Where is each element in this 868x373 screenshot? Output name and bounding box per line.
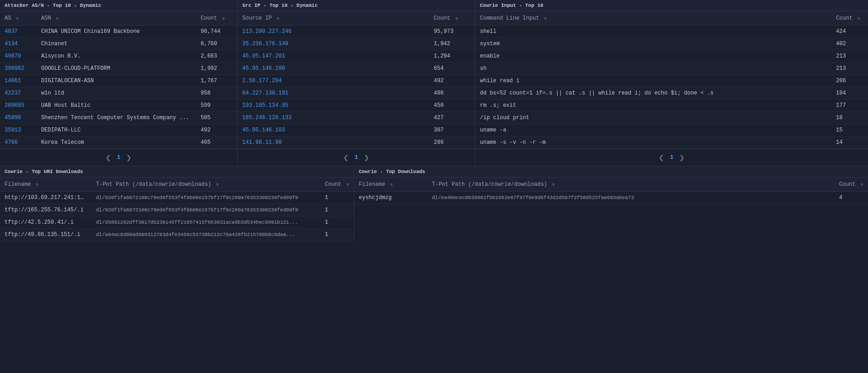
cowrie-input-panel: Cowrie Input - Top 10 Command Line Input… <box>475 0 868 166</box>
as-cell[interactable]: 209605 <box>0 100 37 112</box>
table-row: 45090 Shenzhen Tencent Computer Systems … <box>0 112 237 124</box>
col-cmd-label: Command Line Input <box>480 15 539 21</box>
count-cell: 465 <box>196 137 237 149</box>
col-as-label: AS <box>5 15 11 21</box>
cmd-cell: while read i <box>475 75 831 87</box>
as-cell[interactable]: 4837 <box>0 26 37 38</box>
count-cell: 18 <box>831 112 868 124</box>
as-cell[interactable]: 14061 <box>0 75 37 87</box>
ip-cell[interactable]: 141.98.11.90 <box>238 137 429 149</box>
ip-cell[interactable]: 35.236.176.149 <box>238 38 429 50</box>
cmd-cell: dd bs=52 count=1 if=.s || cat .s || whil… <box>475 87 831 100</box>
table-row: rm .s; exit 177 <box>475 100 868 112</box>
cmd-cell: shell <box>475 26 831 38</box>
uri-downloads-panel: Cowrie - Top URI Downloads Filename ⇅ T-… <box>0 166 354 241</box>
table-row: 45.95.146.103 307 <box>238 124 475 137</box>
count-cell: 958 <box>196 87 237 100</box>
src-ip-table: Source IP ⇅ Count ⇅ 113.200.227.246 95,9… <box>238 11 475 149</box>
as-cell[interactable]: 45090 <box>0 112 37 124</box>
table-row: shell 424 <box>475 26 868 38</box>
col-filename-dl[interactable]: Filename ⇅ <box>354 178 427 192</box>
col-count-cmd-sort: ⇅ <box>857 16 860 21</box>
count-cell: 1 <box>320 204 354 216</box>
col-path-dl-label: T-Pot Path (/data/cowrie/downloads) <box>432 181 547 188</box>
as-cell[interactable]: 396982 <box>0 63 37 75</box>
src-ip-title: Src IP - Top 10 - Dynamic <box>238 0 475 11</box>
uri-downloads-table: Filename ⇅ T-Pot Path (/data/cowrie/down… <box>0 178 354 241</box>
cowrie-input-next[interactable]: ❯ <box>677 153 687 162</box>
col-filename-dl-label: Filename <box>359 181 385 188</box>
count-cell: 194 <box>831 87 868 100</box>
col-count-asn[interactable]: Count ⇅ <box>196 11 237 26</box>
table-row: /ip cloud print 18 <box>475 112 868 124</box>
col-path-dl[interactable]: T-Pot Path (/data/cowrie/downloads) ⇅ <box>427 178 835 192</box>
ip-cell[interactable]: 185.246.128.133 <box>238 112 429 124</box>
col-source-ip[interactable]: Source IP ⇅ <box>238 11 429 26</box>
cmd-cell: rm .s; exit <box>475 100 831 112</box>
table-row: dd bs=52 count=1 if=.s || cat .s || whil… <box>475 87 868 100</box>
attacker-asn-pagination: ❮ 1 ❯ <box>0 149 237 166</box>
as-cell[interactable]: 49870 <box>0 50 37 63</box>
count-cell: 1,767 <box>196 75 237 87</box>
count-cell: 450 <box>429 100 475 112</box>
col-count-uri[interactable]: Count ⇅ <box>320 178 354 192</box>
dashboard: Attacker AS/N - Top 10 - Dynamic AS ⇅ AS… <box>0 0 868 241</box>
filename-cell: eyshcjdmzg <box>354 192 427 204</box>
src-ip-prev[interactable]: ❮ <box>341 153 351 162</box>
count-cell: 286 <box>429 137 475 149</box>
count-cell: 96,744 <box>196 26 237 38</box>
ip-cell[interactable]: 2.56.177.204 <box>238 75 429 87</box>
col-asn[interactable]: ASN ⇅ <box>37 11 196 26</box>
ip-cell[interactable]: 113.200.227.246 <box>238 26 429 38</box>
top-downloads-panel: Cowrie - Top Downloads Filename ⇅ T-Pot … <box>354 166 868 241</box>
ip-cell[interactable]: 45.95.146.103 <box>238 124 429 137</box>
ip-cell[interactable]: 193.105.134.95 <box>238 100 429 112</box>
col-count-dl[interactable]: Count ⇅ <box>835 178 868 192</box>
count-cell: 8,760 <box>196 38 237 50</box>
count-cell: 95,973 <box>429 26 475 38</box>
table-row: tftp://165.255.76.145/.i dl/020f1fa60721… <box>0 204 354 216</box>
col-as[interactable]: AS ⇅ <box>0 11 37 26</box>
cowrie-input-title: Cowrie Input - Top 10 <box>475 0 868 11</box>
src-ip-next[interactable]: ❯ <box>362 153 372 162</box>
attacker-asn-next[interactable]: ❯ <box>124 153 134 162</box>
ip-cell[interactable]: 45.95.147.201 <box>238 50 429 63</box>
table-row: 45.95.146.100 654 <box>238 63 475 75</box>
col-count-ip[interactable]: Count ⇅ <box>429 11 475 26</box>
attacker-asn-table: AS ⇅ ASN ⇅ Count ⇅ 4837 <box>0 11 237 149</box>
cmd-cell: system <box>475 38 831 50</box>
count-cell: 486 <box>429 87 475 100</box>
asn-cell: Chinanet <box>37 38 196 50</box>
asn-cell: Shenzhen Tencent Computer Systems Compan… <box>37 112 196 124</box>
ip-cell[interactable]: 64.227.130.191 <box>238 87 429 100</box>
col-count-dl-label: Count <box>839 181 856 188</box>
table-row: 209605 UAB Host Baltic 599 <box>0 100 237 112</box>
count-cell: 307 <box>429 124 475 137</box>
as-cell[interactable]: 35913 <box>0 124 37 137</box>
src-ip-panel: Src IP - Top 10 - Dynamic Source IP ⇅ Co… <box>238 0 475 166</box>
col-count-cmd[interactable]: Count ⇅ <box>831 11 868 26</box>
as-cell[interactable]: 4134 <box>0 38 37 50</box>
table-row: system 402 <box>475 38 868 50</box>
asn-cell: DEDIPATH-LLC <box>37 124 196 137</box>
table-row: sh 213 <box>475 63 868 75</box>
attacker-asn-prev[interactable]: ❮ <box>103 153 113 162</box>
count-cell: 424 <box>831 26 868 38</box>
col-path-uri[interactable]: T-Pot Path (/data/cowrie/downloads) ⇅ <box>91 178 320 192</box>
col-cmd[interactable]: Command Line Input ⇅ <box>475 11 831 26</box>
filename-cell: http://103.69.217.241:18814/.i <box>0 192 91 204</box>
count-cell: 1,992 <box>196 63 237 75</box>
path-cell: dl/a04ac6d98ad989312783d4fe3456c53730b21… <box>91 229 320 241</box>
as-cell[interactable]: 4766 <box>0 137 37 149</box>
asn-cell: w1n ltd <box>37 87 196 100</box>
count-cell: 213 <box>831 50 868 63</box>
cowrie-input-prev[interactable]: ❮ <box>656 153 666 162</box>
count-cell: 654 <box>429 63 475 75</box>
col-count-ip-label: Count <box>434 15 450 21</box>
col-filename-uri[interactable]: Filename ⇅ <box>0 178 91 192</box>
ip-cell[interactable]: 45.95.146.100 <box>238 63 429 75</box>
path-cell: dl/d5601202dff3017db238145ff21857415f663… <box>91 216 320 229</box>
col-count-ip-sort: ⇅ <box>455 16 458 21</box>
table-row: 141.98.11.90 286 <box>238 137 475 149</box>
as-cell[interactable]: 42237 <box>0 87 37 100</box>
